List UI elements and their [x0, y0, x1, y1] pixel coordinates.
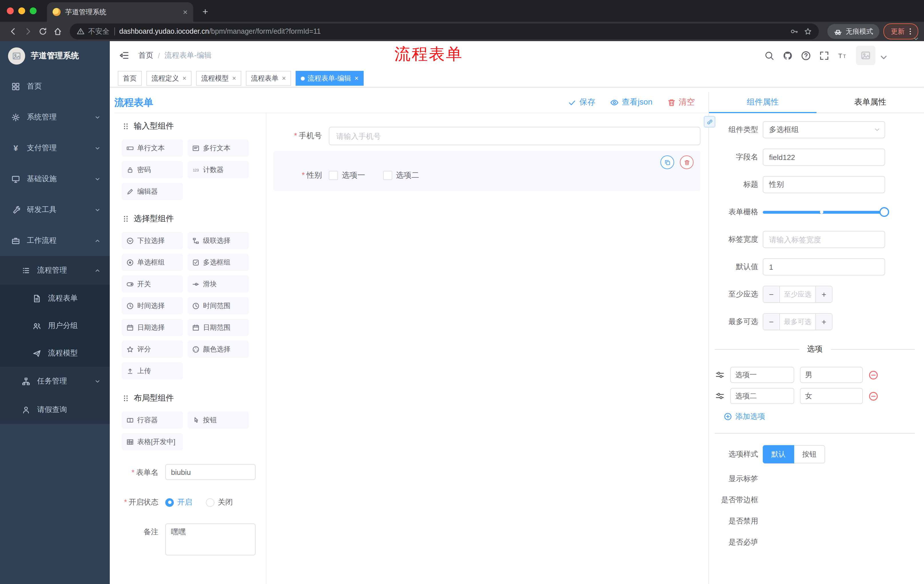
- address-bar[interactable]: 不安全 dashboard.yudao.iocoder.cn/bpm/manag…: [70, 23, 819, 39]
- form-remark-input[interactable]: 嘿嘿: [165, 523, 256, 555]
- tab-form-props[interactable]: 表单属性: [817, 92, 924, 113]
- github-icon[interactable]: [783, 51, 792, 60]
- browser-tab[interactable]: 芋道管理系统 ×: [47, 2, 193, 22]
- tag-process-form-edit[interactable]: 流程表单-编辑 ×: [295, 71, 364, 86]
- tag-close-icon[interactable]: ×: [282, 75, 286, 82]
- palette-item-editor[interactable]: 编辑器: [122, 183, 183, 200]
- option-label-input[interactable]: [730, 367, 794, 383]
- sidebar-item-user-groups[interactable]: 用户分组: [0, 312, 110, 339]
- palette-item-date-picker[interactable]: 日期选择: [122, 319, 183, 336]
- delete-field-button[interactable]: [680, 155, 693, 169]
- back-button[interactable]: [6, 24, 21, 39]
- tag-process-definition[interactable]: 流程定义 ×: [146, 71, 191, 86]
- avatar[interactable]: [856, 46, 875, 65]
- increment-button[interactable]: +: [815, 286, 832, 302]
- sidebar-item-workflow[interactable]: 工作流程: [0, 225, 110, 256]
- sidebar-item-process-management[interactable]: 流程管理: [0, 256, 110, 285]
- help-icon[interactable]: [801, 51, 811, 60]
- default-value-input[interactable]: [763, 258, 885, 275]
- close-window-button[interactable]: [7, 7, 14, 14]
- palette-item-time-picker[interactable]: 时间选择: [122, 297, 183, 314]
- tab-close-icon[interactable]: ×: [183, 8, 188, 16]
- canvas-field-phone[interactable]: 手机号: [273, 127, 700, 145]
- bookmark-star-icon[interactable]: [804, 28, 812, 35]
- palette-item-single-text[interactable]: 单行文本: [122, 140, 183, 156]
- title-input[interactable]: [763, 176, 885, 193]
- sidebar-item-devtools[interactable]: 研发工具: [0, 194, 110, 225]
- field-name-input[interactable]: [763, 148, 885, 166]
- palette-item-cascader[interactable]: 级联选择: [188, 232, 249, 249]
- palette-item-row-container[interactable]: 行容器: [122, 411, 183, 429]
- remove-option-icon[interactable]: [868, 370, 878, 380]
- copy-field-button[interactable]: [660, 155, 674, 169]
- sidebar-item-leave-query[interactable]: 请假查询: [0, 395, 110, 424]
- form-name-input[interactable]: [165, 464, 256, 480]
- palette-item-date-range[interactable]: 日期范围: [188, 319, 249, 336]
- palette-item-checkbox-group[interactable]: 多选框组: [188, 254, 249, 271]
- tag-process-form[interactable]: 流程表单 ×: [246, 71, 291, 86]
- palette-item-radio-group[interactable]: 单选框组: [122, 254, 183, 271]
- option-value-input[interactable]: [800, 388, 863, 404]
- palette-item-counter[interactable]: 计数器: [188, 161, 249, 178]
- font-size-icon[interactable]: [838, 51, 847, 60]
- avatar-caret-icon[interactable]: [879, 53, 889, 62]
- palette-item-time-range[interactable]: 时间范围: [188, 297, 249, 314]
- zoom-window-button[interactable]: [30, 7, 36, 14]
- label-width-input[interactable]: [763, 231, 885, 248]
- palette-item-select[interactable]: 下拉选择: [122, 232, 183, 249]
- palette-item-table[interactable]: 表格[开发中]: [122, 433, 183, 450]
- app-logo[interactable]: 芋道管理系统: [0, 41, 110, 71]
- min-select-stepper[interactable]: − 至少应选 +: [763, 286, 833, 303]
- checkbox-option-2[interactable]: 选项二: [383, 170, 419, 181]
- sidebar-item-task-management[interactable]: 任务管理: [0, 367, 110, 395]
- drag-handle-icon[interactable]: [715, 392, 724, 401]
- reload-button[interactable]: [35, 24, 50, 39]
- sidebar-item-process-form[interactable]: 流程表单: [0, 285, 110, 312]
- decrement-button[interactable]: −: [763, 286, 780, 302]
- menu-dots-icon[interactable]: [906, 28, 914, 35]
- palette-item-switch[interactable]: 开关: [122, 275, 183, 293]
- palette-item-multiline-text[interactable]: 多行文本: [188, 140, 249, 156]
- canvas-field-gender-selected[interactable]: 性别 选项一 选项二: [273, 151, 700, 191]
- sidebar-item-payment[interactable]: ¥ 支付管理: [0, 133, 110, 163]
- component-type-value[interactable]: [763, 121, 885, 138]
- add-option-button[interactable]: 添加选项: [724, 411, 915, 422]
- save-button[interactable]: 保存: [568, 97, 596, 107]
- palette-item-upload[interactable]: 上传: [122, 362, 183, 380]
- palette-item-slider[interactable]: 滑块: [188, 275, 249, 293]
- remove-option-icon[interactable]: [868, 391, 878, 401]
- max-select-stepper[interactable]: − 最多可选 +: [763, 313, 833, 330]
- minimize-window-button[interactable]: [18, 7, 25, 14]
- forward-button[interactable]: [21, 24, 35, 39]
- option-label-input[interactable]: [730, 388, 794, 404]
- fullscreen-icon[interactable]: [819, 51, 829, 60]
- clear-button[interactable]: 清空: [667, 97, 695, 107]
- phone-input[interactable]: [329, 127, 700, 145]
- checkbox-option-1[interactable]: 选项一: [329, 170, 365, 181]
- palette-item-rate[interactable]: 评分: [122, 341, 183, 358]
- home-button[interactable]: [50, 24, 65, 39]
- option-value-input[interactable]: [800, 367, 863, 383]
- increment-button[interactable]: +: [815, 314, 832, 330]
- tag-home[interactable]: 首页: [118, 71, 142, 86]
- radio-closed[interactable]: 关闭: [206, 494, 233, 511]
- hamburger-icon[interactable]: [119, 50, 129, 61]
- tag-process-model[interactable]: 流程模型 ×: [196, 71, 241, 86]
- sidebar-item-system[interactable]: 系统管理: [0, 102, 110, 133]
- password-key-icon[interactable]: [790, 28, 798, 35]
- drag-handle-icon[interactable]: [715, 370, 724, 380]
- radio-open[interactable]: 开启: [165, 494, 192, 511]
- link-icon[interactable]: [704, 116, 715, 127]
- style-button-button[interactable]: 按钮: [794, 445, 825, 464]
- breadcrumb-home[interactable]: 首页: [139, 50, 153, 61]
- palette-item-color-picker[interactable]: 颜色选择: [188, 341, 249, 358]
- new-tab-button[interactable]: +: [198, 5, 213, 20]
- component-type-select[interactable]: [763, 121, 885, 138]
- tag-close-icon[interactable]: ×: [182, 75, 186, 82]
- style-default-button[interactable]: 默认: [763, 445, 794, 464]
- sidebar-item-home[interactable]: 首页: [0, 71, 110, 102]
- tag-close-icon[interactable]: ×: [355, 75, 358, 82]
- slider-handle[interactable]: [879, 207, 889, 217]
- tag-close-icon[interactable]: ×: [232, 75, 236, 82]
- sidebar-item-process-model[interactable]: 流程模型: [0, 339, 110, 367]
